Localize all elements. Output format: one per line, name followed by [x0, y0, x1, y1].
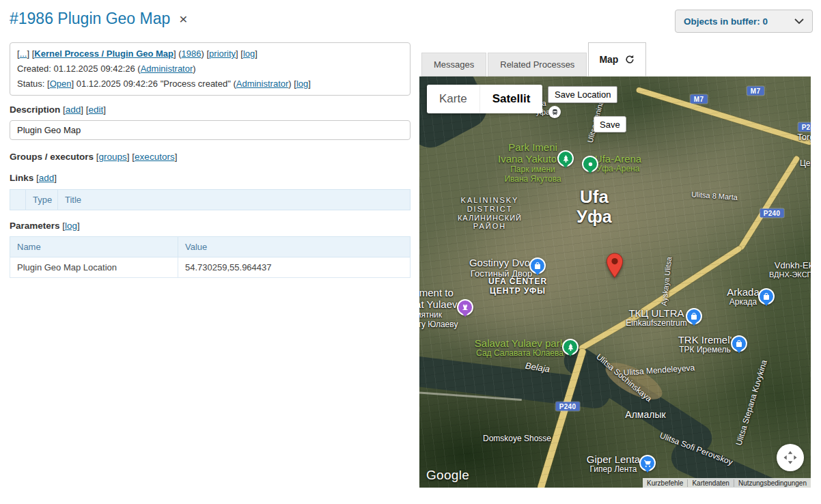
- arkada-pin[interactable]: [758, 288, 775, 305]
- parameters-table: Name Value Plugin Geo Map Location 54.73…: [10, 236, 410, 278]
- link-log[interactable]: log: [243, 48, 255, 59]
- parameters-header-row: Name Value: [10, 237, 410, 257]
- links-col-type: Type: [26, 190, 58, 210]
- buffer-label: Objects in buffer: 0: [684, 16, 768, 27]
- close-icon[interactable]: ×: [179, 12, 187, 26]
- link-administrator[interactable]: Administrator: [141, 64, 193, 74]
- road-p240-south: [537, 348, 586, 488]
- satellite-view-button[interactable]: Satellit: [479, 85, 543, 113]
- ufa-arena-pin[interactable]: [582, 156, 598, 172]
- link-[interactable]: ...: [20, 48, 27, 59]
- road-p240-link: [578, 309, 645, 352]
- ulitsa-stepana-kuvykina-label: Ulitsa Stepana Kuvykina: [734, 359, 769, 447]
- satellite-texture: [419, 76, 811, 488]
- tab-related-processes-label: Related Processes: [500, 59, 574, 70]
- attribution-link-kurzbefehle[interactable]: Kurzbefehle: [643, 479, 687, 487]
- giper-lenta-pin[interactable]: [639, 455, 656, 471]
- road-p240-mid: [639, 245, 742, 315]
- process-panel: #1986 Plugin Geo Map × [...] [Kernel Pro…: [10, 10, 410, 488]
- ufa-city-label: UfaУфа: [576, 186, 611, 227]
- objects-in-buffer-dropdown[interactable]: Objects in buffer: 0: [675, 10, 813, 33]
- vdnkh-ekspo-label: Vdnkh-EkВДНХ-ЭКСПО: [769, 260, 811, 279]
- right-panel-tabs: Messages Related Processes Map: [421, 42, 648, 76]
- link-log[interactable]: log: [296, 79, 308, 89]
- pan-arrows-icon: [782, 449, 798, 466]
- tab-messages[interactable]: Messages: [421, 53, 486, 76]
- tab-related-processes[interactable]: Related Processes: [488, 53, 587, 76]
- domskoye-shosse-label: Domskoye Shosse: [483, 434, 551, 444]
- save-location-button[interactable]: Save Location: [548, 86, 617, 103]
- link-kernel-process-plugin-geo-map[interactable]: Kernel Process / Plugin Geo Map: [34, 48, 173, 59]
- link-administrator[interactable]: Administrator: [236, 79, 289, 89]
- parameters-col-value: Value: [178, 237, 410, 257]
- park-yakutova-pin[interactable]: [557, 150, 574, 167]
- pan-control[interactable]: [777, 444, 804, 471]
- tab-messages-label: Messages: [434, 59, 474, 70]
- google-logo[interactable]: Google: [426, 468, 469, 483]
- parameter-row[interactable]: Plugin Geo Map Location 54.730259,55.964…: [10, 257, 410, 278]
- refresh-icon[interactable]: [624, 54, 635, 65]
- link-executors[interactable]: executors: [135, 152, 175, 162]
- attribution-link-nutzungsbedingungen[interactable]: Nutzungsbedingungen: [734, 479, 811, 487]
- link-edit[interactable]: edit: [89, 104, 104, 115]
- link-1986[interactable]: 1986: [182, 48, 201, 59]
- description-heading: Description [add] [edit]: [10, 104, 106, 115]
- road-badge-p24-2: P24: [798, 123, 811, 132]
- tkts-ultra-pin[interactable]: [686, 308, 702, 324]
- monument-salavat-yulaev-label: Monument toSalavat YulaevПамятникСалават…: [419, 287, 458, 330]
- tab-map-label: Map: [599, 54, 618, 65]
- chevron-down-icon: [794, 18, 804, 25]
- parameter-value: 54.730259,55.964437: [178, 257, 410, 278]
- road-badge-p240-4: P240: [556, 402, 580, 411]
- parameters-col-name: Name: [10, 237, 178, 257]
- links-col-empty: [10, 190, 26, 210]
- tse-label: Цен: [800, 159, 811, 169]
- app-window: #1986 Plugin Geo Map × [...] [Kernel Pro…: [0, 0, 821, 504]
- ufa-station-pin[interactable]: [548, 106, 561, 118]
- road-badge-m7-0: M7: [691, 95, 708, 104]
- monument-pin[interactable]: [457, 299, 473, 316]
- gostinyy-dvor-pin[interactable]: [529, 257, 546, 274]
- road-badge-m7-1: M7: [747, 87, 764, 96]
- trk-iremel-label: TRK Iremel'ТРК Иремель: [678, 334, 732, 355]
- link-log[interactable]: log: [65, 221, 77, 231]
- link-groups[interactable]: groups: [99, 152, 127, 162]
- map-type-control: Karte Satellit: [427, 85, 542, 113]
- map-attribution: KurzbefehleKartendatenNutzungsbedingunge…: [643, 478, 811, 488]
- gostinyy-dvor-label: Gostinyy DvorГостиный Двор: [469, 257, 533, 279]
- giper-lenta-label: Giper LentaГипер Лента: [587, 453, 640, 475]
- salavat-yulaev-park-label: Salavat Yulaev parkСад Салавата Юлаева: [475, 337, 565, 359]
- salavat-park-pin[interactable]: [562, 339, 579, 355]
- description-input[interactable]: [10, 120, 410, 140]
- ufa-arena-label: Ufa-ArenaУфа-Арена: [595, 153, 641, 174]
- parameter-name: Plugin Geo Map Location: [10, 257, 178, 278]
- links-col-title: Title: [58, 190, 410, 210]
- link-add[interactable]: add: [66, 104, 81, 115]
- road-p240-upper: [738, 155, 801, 251]
- ufa-center-label: UFA CENTERЦЕНТР УФЫ: [488, 277, 547, 296]
- link-open[interactable]: Open: [50, 79, 72, 89]
- ulitsa-8-marta-label: Ulitsa 8 Marta: [691, 190, 738, 201]
- location-marker[interactable]: [607, 253, 624, 281]
- parameters-heading: Parameters [log]: [10, 221, 80, 231]
- map-canvas[interactable]: faуфаPark ImeniIvana YakutovaПарк имениИ…: [419, 76, 811, 488]
- trk-iremel-pin[interactable]: [731, 335, 747, 352]
- links-heading: Links [add]: [10, 173, 57, 183]
- tab-map[interactable]: Map: [588, 42, 646, 76]
- kalininsky-district-label: KALININSKYDISTRICTКАЛИНИНСКИЙРАЙОН: [458, 196, 522, 231]
- road-m7: [636, 87, 811, 145]
- links-table: Type Title: [10, 189, 410, 210]
- link-add[interactable]: add: [39, 173, 55, 183]
- info-line-created: Created: 01.12.2025 09:42:26 (Administra…: [17, 61, 403, 76]
- title-row: #1986 Plugin Geo Map ×: [10, 10, 188, 28]
- info-line-path: [...] [Kernel Process / Plugin Geo Map] …: [17, 46, 403, 61]
- groups-executors-heading: Groups / executors [groups] [executors]: [10, 152, 177, 162]
- save-button[interactable]: Save: [594, 116, 626, 132]
- page-title: #1986 Plugin Geo Map: [10, 10, 170, 28]
- info-line-status: Status: [Open] 01.12.2025 09:42:26 "Proc…: [17, 76, 403, 92]
- link-priority[interactable]: priority: [209, 48, 236, 59]
- park-imeni-ivana-yakutova-label: Park ImeniIvana YakutovaПарк имениИвана …: [498, 141, 568, 184]
- attribution-link-kartendaten[interactable]: Kartendaten: [687, 479, 734, 487]
- road-badge-p240-3: P240: [760, 209, 784, 218]
- map-view-button[interactable]: Karte: [427, 85, 479, 113]
